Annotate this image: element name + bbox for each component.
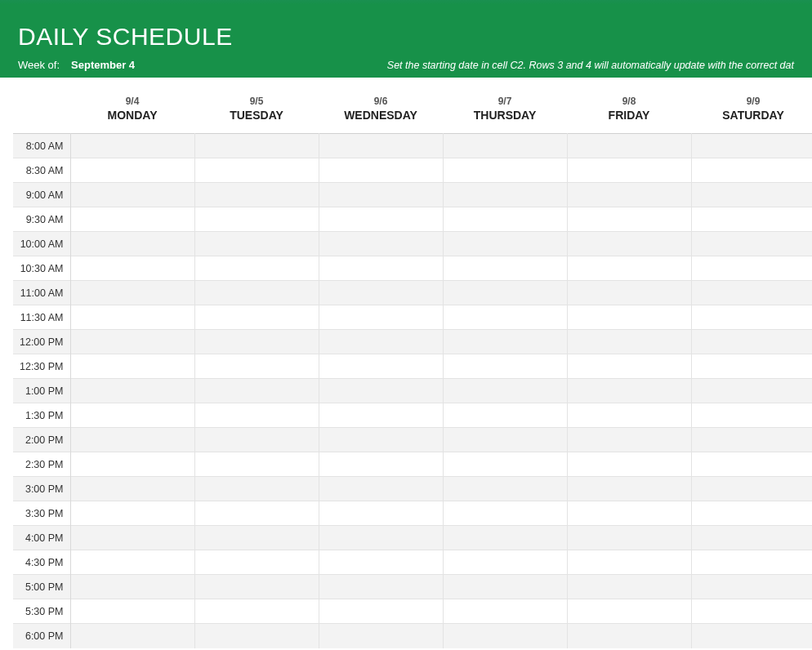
- schedule-cell[interactable]: [691, 134, 812, 158]
- schedule-cell[interactable]: [70, 452, 194, 477]
- schedule-cell[interactable]: [691, 575, 812, 599]
- schedule-cell[interactable]: [691, 305, 812, 330]
- schedule-cell[interactable]: [567, 501, 691, 526]
- schedule-cell[interactable]: [691, 379, 812, 403]
- schedule-cell[interactable]: [319, 305, 443, 330]
- schedule-cell[interactable]: [443, 256, 567, 281]
- schedule-cell[interactable]: [194, 599, 319, 624]
- schedule-cell[interactable]: [443, 428, 567, 452]
- schedule-cell[interactable]: [194, 526, 319, 550]
- schedule-cell[interactable]: [70, 183, 194, 207]
- schedule-cell[interactable]: [194, 575, 319, 599]
- schedule-cell[interactable]: [691, 452, 812, 477]
- schedule-cell[interactable]: [691, 599, 812, 624]
- schedule-cell[interactable]: [691, 624, 812, 648]
- schedule-cell[interactable]: [443, 330, 567, 354]
- schedule-cell[interactable]: [691, 501, 812, 526]
- schedule-cell[interactable]: [319, 232, 443, 256]
- schedule-cell[interactable]: [194, 624, 319, 648]
- schedule-cell[interactable]: [70, 305, 194, 330]
- schedule-cell[interactable]: [567, 526, 691, 550]
- schedule-cell[interactable]: [70, 134, 194, 158]
- schedule-cell[interactable]: [319, 158, 443, 183]
- schedule-cell[interactable]: [443, 599, 567, 624]
- schedule-cell[interactable]: [443, 379, 567, 403]
- schedule-cell[interactable]: [70, 501, 194, 526]
- schedule-cell[interactable]: [567, 624, 691, 648]
- schedule-cell[interactable]: [443, 158, 567, 183]
- schedule-cell[interactable]: [443, 207, 567, 232]
- schedule-cell[interactable]: [443, 624, 567, 648]
- schedule-cell[interactable]: [567, 354, 691, 379]
- schedule-cell[interactable]: [691, 550, 812, 575]
- schedule-cell[interactable]: [70, 158, 194, 183]
- schedule-cell[interactable]: [70, 232, 194, 256]
- schedule-cell[interactable]: [70, 526, 194, 550]
- schedule-cell[interactable]: [70, 550, 194, 575]
- schedule-cell[interactable]: [319, 281, 443, 305]
- schedule-cell[interactable]: [567, 158, 691, 183]
- schedule-cell[interactable]: [691, 158, 812, 183]
- schedule-cell[interactable]: [691, 232, 812, 256]
- schedule-cell[interactable]: [691, 183, 812, 207]
- schedule-cell[interactable]: [691, 403, 812, 428]
- schedule-cell[interactable]: [443, 575, 567, 599]
- schedule-cell[interactable]: [691, 330, 812, 354]
- schedule-cell[interactable]: [319, 477, 443, 501]
- schedule-cell[interactable]: [443, 477, 567, 501]
- schedule-cell[interactable]: [319, 452, 443, 477]
- schedule-cell[interactable]: [70, 599, 194, 624]
- schedule-cell[interactable]: [194, 428, 319, 452]
- schedule-cell[interactable]: [70, 379, 194, 403]
- schedule-cell[interactable]: [194, 305, 319, 330]
- schedule-cell[interactable]: [319, 403, 443, 428]
- schedule-cell[interactable]: [567, 599, 691, 624]
- schedule-cell[interactable]: [567, 256, 691, 281]
- schedule-cell[interactable]: [443, 501, 567, 526]
- schedule-cell[interactable]: [70, 281, 194, 305]
- schedule-cell[interactable]: [319, 599, 443, 624]
- schedule-cell[interactable]: [194, 354, 319, 379]
- schedule-cell[interactable]: [194, 134, 319, 158]
- schedule-cell[interactable]: [443, 232, 567, 256]
- schedule-cell[interactable]: [443, 354, 567, 379]
- schedule-cell[interactable]: [319, 624, 443, 648]
- schedule-cell[interactable]: [567, 477, 691, 501]
- schedule-cell[interactable]: [194, 207, 319, 232]
- schedule-cell[interactable]: [70, 477, 194, 501]
- week-of-value[interactable]: September 4: [71, 59, 135, 71]
- schedule-cell[interactable]: [567, 134, 691, 158]
- schedule-cell[interactable]: [194, 183, 319, 207]
- schedule-cell[interactable]: [194, 477, 319, 501]
- schedule-cell[interactable]: [70, 330, 194, 354]
- schedule-cell[interactable]: [319, 379, 443, 403]
- schedule-cell[interactable]: [567, 305, 691, 330]
- schedule-cell[interactable]: [443, 183, 567, 207]
- schedule-cell[interactable]: [691, 354, 812, 379]
- schedule-cell[interactable]: [319, 550, 443, 575]
- schedule-cell[interactable]: [691, 428, 812, 452]
- schedule-cell[interactable]: [319, 428, 443, 452]
- schedule-cell[interactable]: [319, 501, 443, 526]
- schedule-cell[interactable]: [567, 281, 691, 305]
- schedule-cell[interactable]: [319, 330, 443, 354]
- schedule-cell[interactable]: [70, 207, 194, 232]
- schedule-cell[interactable]: [567, 575, 691, 599]
- schedule-cell[interactable]: [194, 232, 319, 256]
- schedule-cell[interactable]: [691, 281, 812, 305]
- schedule-cell[interactable]: [567, 207, 691, 232]
- schedule-cell[interactable]: [443, 526, 567, 550]
- schedule-cell[interactable]: [319, 354, 443, 379]
- schedule-cell[interactable]: [567, 183, 691, 207]
- schedule-cell[interactable]: [567, 232, 691, 256]
- schedule-cell[interactable]: [70, 624, 194, 648]
- schedule-cell[interactable]: [194, 281, 319, 305]
- schedule-cell[interactable]: [319, 575, 443, 599]
- schedule-cell[interactable]: [567, 379, 691, 403]
- schedule-cell[interactable]: [691, 477, 812, 501]
- schedule-cell[interactable]: [319, 207, 443, 232]
- schedule-cell[interactable]: [194, 452, 319, 477]
- schedule-cell[interactable]: [70, 403, 194, 428]
- schedule-cell[interactable]: [70, 256, 194, 281]
- schedule-cell[interactable]: [319, 526, 443, 550]
